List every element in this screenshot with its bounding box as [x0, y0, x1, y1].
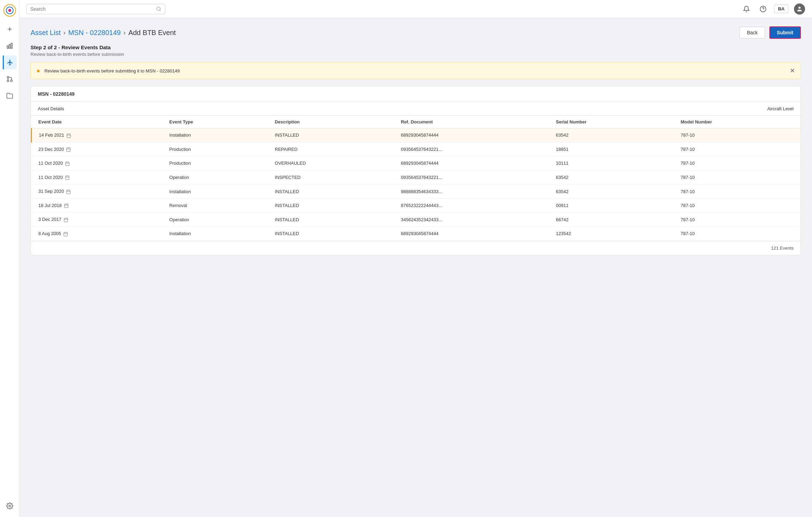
alert-close-button[interactable]: ✕: [790, 67, 795, 75]
cell-ref-doc: 689293045874444: [394, 128, 549, 143]
cell-model: 787-10: [674, 156, 801, 171]
cell-date: 14 Feb 2021: [32, 128, 162, 143]
cell-ref-doc: 988888354634333...: [394, 184, 549, 199]
cell-event-type: Removal: [162, 198, 268, 213]
svg-point-9: [7, 77, 9, 78]
cell-serial: 10111: [549, 156, 674, 171]
cell-event-type: Production: [162, 156, 268, 171]
breadcrumb-msn[interactable]: MSN - 02280149: [68, 29, 121, 37]
cell-date: 23 Dec 2020: [32, 142, 162, 156]
search-box[interactable]: [26, 4, 165, 14]
sidebar-item-git[interactable]: [3, 72, 17, 86]
svg-rect-7: [11, 43, 12, 49]
sidebar-item-add[interactable]: [3, 22, 17, 36]
cell-event-type: Operation: [162, 170, 268, 184]
svg-rect-30: [66, 176, 69, 180]
cell-ref-doc: 689293045874444: [394, 226, 549, 241]
cell-date: 11 Oct 2020: [32, 156, 162, 171]
calendar-icon: [66, 147, 71, 152]
table-row: 23 Dec 2020 Production REPAIRED 09356453…: [32, 142, 801, 156]
col-event-date: Event Date: [32, 116, 162, 128]
cell-serial: 123542: [549, 226, 674, 241]
user-avatar[interactable]: [794, 3, 805, 15]
topbar: BA: [19, 0, 812, 18]
svg-rect-26: [66, 162, 69, 166]
cell-ref-doc: 876523222244443...: [394, 198, 549, 213]
svg-point-13: [157, 7, 160, 10]
svg-point-12: [9, 505, 10, 507]
cell-description: OVERHAULED: [268, 156, 394, 171]
back-button[interactable]: Back: [739, 27, 765, 38]
sidebar-item-folder[interactable]: [3, 89, 17, 103]
cell-date: 8 Aug 2005: [32, 226, 162, 241]
calendar-icon: [66, 189, 71, 194]
svg-point-2: [8, 9, 11, 12]
svg-point-8: [10, 80, 12, 82]
cell-event-type: Installation: [162, 226, 268, 241]
cell-ref-doc: 345624352342433...: [394, 213, 549, 227]
user-badge[interactable]: BA: [774, 5, 788, 13]
cell-description: INSPECTED: [268, 170, 394, 184]
svg-rect-5: [7, 46, 8, 49]
cell-model: 787-10: [674, 213, 801, 227]
step-title: Step 2 of 2 - Review Events Data: [31, 44, 801, 50]
cell-serial: 18851: [549, 142, 674, 156]
svg-rect-22: [67, 148, 70, 152]
table-section-header: Asset Details Aircraft Level: [31, 102, 801, 116]
submit-button[interactable]: Submit: [769, 26, 801, 39]
app-logo[interactable]: [3, 4, 16, 17]
cell-model: 787-10: [674, 226, 801, 241]
breadcrumb-asset-list[interactable]: Asset List: [31, 29, 61, 37]
cell-event-type: Installation: [162, 184, 268, 199]
help-icon[interactable]: [758, 3, 769, 15]
calendar-icon: [65, 175, 70, 180]
cell-ref-doc: 093564537643221...: [394, 142, 549, 156]
col-serial-number: Serial Number: [549, 116, 674, 128]
table-footer: 121 Events: [31, 241, 801, 255]
svg-rect-18: [67, 134, 71, 138]
cell-date: 11 Oct 2020: [32, 170, 162, 184]
svg-point-17: [798, 7, 801, 9]
table-row: 3 Dec 2017 Operation INSTALLED 345624352…: [32, 213, 801, 227]
table-row: 11 Oct 2020 Operation INSPECTED 09356453…: [32, 170, 801, 184]
topbar-right: BA: [741, 3, 805, 15]
cell-ref-doc: 093564537643221...: [394, 170, 549, 184]
search-input[interactable]: [30, 6, 153, 12]
breadcrumb-sep-1: ›: [64, 29, 66, 36]
cell-event-type: Production: [162, 142, 268, 156]
aircraft-level-label: Aircraft Level: [767, 106, 794, 111]
table-row: 8 Aug 2005 Installation INSTALLED 689293…: [32, 226, 801, 241]
search-icon: [156, 6, 161, 12]
alert-text: Review back-to-birth events before submi…: [44, 68, 786, 74]
cell-serial: 66742: [549, 213, 674, 227]
page-header: Asset List › MSN - 02280149 › Add BTB Ev…: [31, 26, 801, 39]
sidebar-item-plane[interactable]: [3, 55, 17, 69]
alert-icon: ●: [36, 67, 40, 75]
events-table: Event Date Event Type Description Ref. D…: [31, 116, 801, 241]
notifications-icon[interactable]: [741, 3, 752, 15]
svg-rect-42: [64, 218, 68, 222]
col-description: Description: [268, 116, 394, 128]
cell-event-type: Installation: [162, 128, 268, 143]
step-info: Step 2 of 2 - Review Events Data Review …: [31, 44, 801, 57]
svg-rect-38: [64, 204, 68, 208]
cell-ref-doc: 689293045874444: [394, 156, 549, 171]
sidebar-item-settings[interactable]: [3, 499, 17, 513]
cell-date: 18 Jul 2018: [32, 198, 162, 213]
breadcrumb: Asset List › MSN - 02280149 › Add BTB Ev…: [31, 29, 176, 37]
cell-model: 787-10: [674, 170, 801, 184]
sidebar: [0, 0, 19, 517]
card-msn-label: MSN - 02280149: [31, 86, 801, 102]
calendar-icon: [64, 217, 68, 222]
cell-serial: 63542: [549, 128, 674, 143]
table-row: 31 Sep 2020 Installation INSTALLED 98888…: [32, 184, 801, 199]
cell-serial: 00911: [549, 198, 674, 213]
sidebar-item-chart[interactable]: [3, 39, 17, 53]
main-wrapper: BA Asset List › MSN - 02280149 › Add BTB…: [19, 0, 812, 517]
svg-rect-46: [64, 232, 68, 236]
table-row: 18 Jul 2018 Removal INSTALLED 8765232222…: [32, 198, 801, 213]
table-header-row: Event Date Event Type Description Ref. D…: [32, 116, 801, 128]
col-event-type: Event Type: [162, 116, 268, 128]
step-subtitle: Review back-to-birth events before submi…: [31, 52, 801, 57]
cell-model: 787-10: [674, 198, 801, 213]
